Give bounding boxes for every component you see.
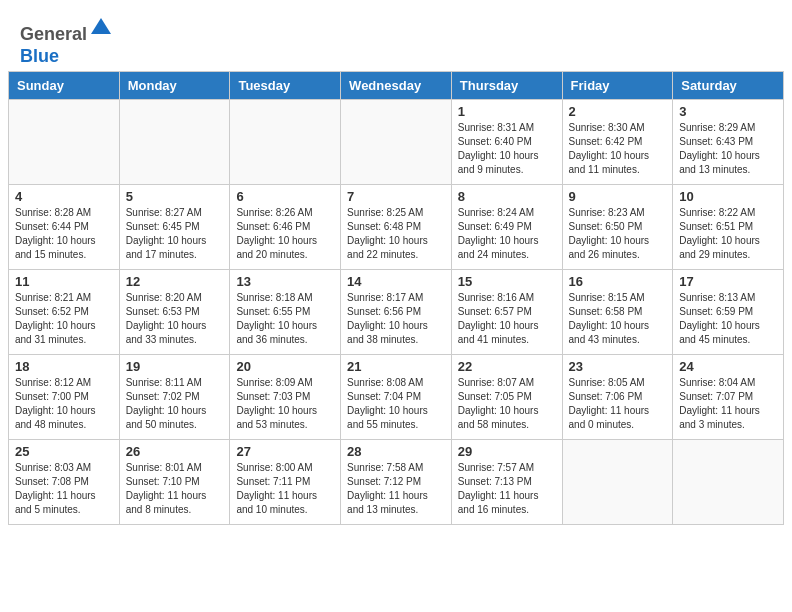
day-number: 21 [347, 359, 445, 374]
weekday-header-wednesday: Wednesday [341, 72, 452, 100]
calendar-cell: 29Sunrise: 7:57 AM Sunset: 7:13 PM Dayli… [451, 440, 562, 525]
weekday-header-sunday: Sunday [9, 72, 120, 100]
logo-icon [89, 16, 113, 40]
day-info: Sunrise: 8:11 AM Sunset: 7:02 PM Dayligh… [126, 376, 224, 432]
day-info: Sunrise: 8:05 AM Sunset: 7:06 PM Dayligh… [569, 376, 667, 432]
calendar-cell: 12Sunrise: 8:20 AM Sunset: 6:53 PM Dayli… [119, 270, 230, 355]
day-info: Sunrise: 8:04 AM Sunset: 7:07 PM Dayligh… [679, 376, 777, 432]
day-info: Sunrise: 8:03 AM Sunset: 7:08 PM Dayligh… [15, 461, 113, 517]
calendar-cell: 22Sunrise: 8:07 AM Sunset: 7:05 PM Dayli… [451, 355, 562, 440]
day-info: Sunrise: 8:16 AM Sunset: 6:57 PM Dayligh… [458, 291, 556, 347]
calendar-cell: 3Sunrise: 8:29 AM Sunset: 6:43 PM Daylig… [673, 100, 784, 185]
calendar-cell: 4Sunrise: 8:28 AM Sunset: 6:44 PM Daylig… [9, 185, 120, 270]
day-number: 1 [458, 104, 556, 119]
day-number: 7 [347, 189, 445, 204]
day-info: Sunrise: 8:15 AM Sunset: 6:58 PM Dayligh… [569, 291, 667, 347]
day-number: 11 [15, 274, 113, 289]
weekday-header-tuesday: Tuesday [230, 72, 341, 100]
weekday-header-thursday: Thursday [451, 72, 562, 100]
day-number: 24 [679, 359, 777, 374]
day-number: 28 [347, 444, 445, 459]
calendar-cell: 17Sunrise: 8:13 AM Sunset: 6:59 PM Dayli… [673, 270, 784, 355]
day-number: 10 [679, 189, 777, 204]
day-info: Sunrise: 8:30 AM Sunset: 6:42 PM Dayligh… [569, 121, 667, 177]
calendar-cell: 5Sunrise: 8:27 AM Sunset: 6:45 PM Daylig… [119, 185, 230, 270]
day-number: 3 [679, 104, 777, 119]
day-info: Sunrise: 7:58 AM Sunset: 7:12 PM Dayligh… [347, 461, 445, 517]
calendar-cell: 16Sunrise: 8:15 AM Sunset: 6:58 PM Dayli… [562, 270, 673, 355]
day-number: 9 [569, 189, 667, 204]
calendar-cell: 11Sunrise: 8:21 AM Sunset: 6:52 PM Dayli… [9, 270, 120, 355]
day-info: Sunrise: 8:09 AM Sunset: 7:03 PM Dayligh… [236, 376, 334, 432]
svg-marker-0 [91, 18, 111, 34]
day-number: 5 [126, 189, 224, 204]
calendar-cell: 28Sunrise: 7:58 AM Sunset: 7:12 PM Dayli… [341, 440, 452, 525]
calendar-cell: 27Sunrise: 8:00 AM Sunset: 7:11 PM Dayli… [230, 440, 341, 525]
day-info: Sunrise: 8:31 AM Sunset: 6:40 PM Dayligh… [458, 121, 556, 177]
day-info: Sunrise: 8:01 AM Sunset: 7:10 PM Dayligh… [126, 461, 224, 517]
calendar-cell: 18Sunrise: 8:12 AM Sunset: 7:00 PM Dayli… [9, 355, 120, 440]
calendar-cell [673, 440, 784, 525]
calendar-cell: 2Sunrise: 8:30 AM Sunset: 6:42 PM Daylig… [562, 100, 673, 185]
calendar-table: SundayMondayTuesdayWednesdayThursdayFrid… [8, 71, 784, 525]
calendar-cell: 1Sunrise: 8:31 AM Sunset: 6:40 PM Daylig… [451, 100, 562, 185]
day-info: Sunrise: 8:23 AM Sunset: 6:50 PM Dayligh… [569, 206, 667, 262]
calendar-cell: 8Sunrise: 8:24 AM Sunset: 6:49 PM Daylig… [451, 185, 562, 270]
calendar-cell: 20Sunrise: 8:09 AM Sunset: 7:03 PM Dayli… [230, 355, 341, 440]
calendar-week-row: 1Sunrise: 8:31 AM Sunset: 6:40 PM Daylig… [9, 100, 784, 185]
day-info: Sunrise: 7:57 AM Sunset: 7:13 PM Dayligh… [458, 461, 556, 517]
day-info: Sunrise: 8:24 AM Sunset: 6:49 PM Dayligh… [458, 206, 556, 262]
day-info: Sunrise: 8:20 AM Sunset: 6:53 PM Dayligh… [126, 291, 224, 347]
calendar-cell [230, 100, 341, 185]
day-info: Sunrise: 8:00 AM Sunset: 7:11 PM Dayligh… [236, 461, 334, 517]
day-number: 23 [569, 359, 667, 374]
calendar-cell: 9Sunrise: 8:23 AM Sunset: 6:50 PM Daylig… [562, 185, 673, 270]
day-number: 20 [236, 359, 334, 374]
calendar-cell: 10Sunrise: 8:22 AM Sunset: 6:51 PM Dayli… [673, 185, 784, 270]
calendar-cell [9, 100, 120, 185]
calendar-cell [119, 100, 230, 185]
calendar-container: SundayMondayTuesdayWednesdayThursdayFrid… [0, 71, 792, 533]
calendar-cell: 15Sunrise: 8:16 AM Sunset: 6:57 PM Dayli… [451, 270, 562, 355]
day-number: 15 [458, 274, 556, 289]
weekday-header-friday: Friday [562, 72, 673, 100]
day-info: Sunrise: 8:26 AM Sunset: 6:46 PM Dayligh… [236, 206, 334, 262]
logo-general-text: General [20, 24, 87, 44]
calendar-week-row: 25Sunrise: 8:03 AM Sunset: 7:08 PM Dayli… [9, 440, 784, 525]
day-number: 22 [458, 359, 556, 374]
day-info: Sunrise: 8:29 AM Sunset: 6:43 PM Dayligh… [679, 121, 777, 177]
day-info: Sunrise: 8:17 AM Sunset: 6:56 PM Dayligh… [347, 291, 445, 347]
calendar-cell: 24Sunrise: 8:04 AM Sunset: 7:07 PM Dayli… [673, 355, 784, 440]
calendar-week-row: 18Sunrise: 8:12 AM Sunset: 7:00 PM Dayli… [9, 355, 784, 440]
day-number: 17 [679, 274, 777, 289]
calendar-cell: 14Sunrise: 8:17 AM Sunset: 6:56 PM Dayli… [341, 270, 452, 355]
weekday-header-saturday: Saturday [673, 72, 784, 100]
day-number: 4 [15, 189, 113, 204]
calendar-cell [562, 440, 673, 525]
calendar-cell: 21Sunrise: 8:08 AM Sunset: 7:04 PM Dayli… [341, 355, 452, 440]
calendar-week-row: 4Sunrise: 8:28 AM Sunset: 6:44 PM Daylig… [9, 185, 784, 270]
day-number: 13 [236, 274, 334, 289]
calendar-cell [341, 100, 452, 185]
weekday-header-monday: Monday [119, 72, 230, 100]
day-number: 2 [569, 104, 667, 119]
day-number: 14 [347, 274, 445, 289]
day-info: Sunrise: 8:13 AM Sunset: 6:59 PM Dayligh… [679, 291, 777, 347]
day-number: 26 [126, 444, 224, 459]
day-info: Sunrise: 8:27 AM Sunset: 6:45 PM Dayligh… [126, 206, 224, 262]
calendar-cell: 13Sunrise: 8:18 AM Sunset: 6:55 PM Dayli… [230, 270, 341, 355]
day-number: 8 [458, 189, 556, 204]
logo: General Blue [20, 16, 113, 67]
day-info: Sunrise: 8:08 AM Sunset: 7:04 PM Dayligh… [347, 376, 445, 432]
day-number: 29 [458, 444, 556, 459]
day-number: 12 [126, 274, 224, 289]
day-number: 19 [126, 359, 224, 374]
day-info: Sunrise: 8:18 AM Sunset: 6:55 PM Dayligh… [236, 291, 334, 347]
day-info: Sunrise: 8:21 AM Sunset: 6:52 PM Dayligh… [15, 291, 113, 347]
calendar-header-row: SundayMondayTuesdayWednesdayThursdayFrid… [9, 72, 784, 100]
calendar-cell: 6Sunrise: 8:26 AM Sunset: 6:46 PM Daylig… [230, 185, 341, 270]
calendar-cell: 26Sunrise: 8:01 AM Sunset: 7:10 PM Dayli… [119, 440, 230, 525]
day-info: Sunrise: 8:12 AM Sunset: 7:00 PM Dayligh… [15, 376, 113, 432]
day-number: 27 [236, 444, 334, 459]
day-number: 25 [15, 444, 113, 459]
